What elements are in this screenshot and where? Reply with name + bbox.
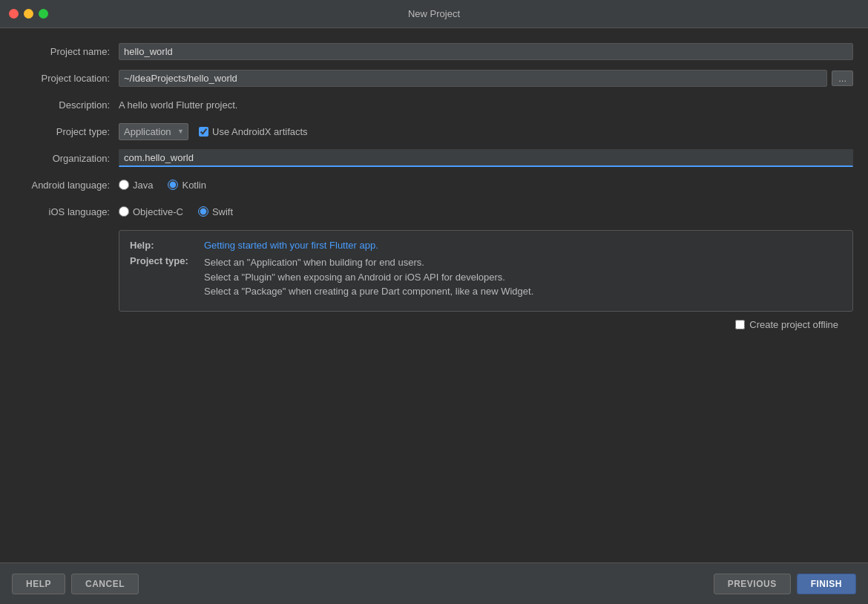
description-value: A hello world Flutter project. [119,99,853,111]
bottom-left-buttons: HELP CANCEL [12,574,139,594]
help-button[interactable]: HELP [12,574,65,594]
description-row: Description: A hello world Flutter proje… [15,93,853,116]
maximize-button[interactable] [39,9,48,19]
offline-label[interactable]: Create project offline [749,319,838,330]
android-kotlin-radio[interactable] [168,180,178,190]
cancel-button[interactable]: CANCEL [71,574,139,594]
organization-input[interactable] [119,149,853,167]
android-java-radio[interactable] [119,180,129,190]
project-name-label: Project name: [15,46,119,57]
help-line3: Select a "Package" when creating a pure … [204,284,533,299]
ios-swift-radio-label[interactable]: Swift [198,206,233,217]
help-project-type-label: Project type: [130,255,204,266]
android-java-radio-label[interactable]: Java [119,180,153,191]
project-name-row: Project name: [15,40,853,62]
help-link[interactable]: Getting started with your first Flutter … [204,240,378,251]
project-name-value [119,43,853,60]
close-button[interactable] [9,9,19,19]
ios-swift-radio[interactable] [198,206,208,217]
browse-button[interactable]: ... [832,70,853,86]
description-label: Description: [15,99,119,111]
offline-row: Create project offline [15,319,853,330]
ios-language-row: iOS language: Objective-C Swift [15,200,853,223]
title-bar: New Project [0,0,868,28]
previous-button[interactable]: PREVIOUS [714,574,791,594]
help-project-type-row: Project type: Select an "Application" wh… [130,255,842,299]
use-androidx-label[interactable]: Use AndroidX artifacts [199,126,308,137]
ios-objc-radio-label[interactable]: Objective-C [119,206,183,217]
help-description: Select an "Application" when building fo… [204,255,533,299]
bottom-bar: HELP CANCEL PREVIOUS FINISH [0,562,868,604]
project-name-input[interactable] [119,43,853,60]
help-label: Help: [130,240,204,251]
help-line2: Select a "Plugin" when exposing an Andro… [204,270,533,285]
main-content: Project name: Project location: ... Desc… [0,28,868,562]
organization-row: Organization: [15,147,853,169]
use-androidx-checkbox[interactable] [199,127,208,137]
project-location-row: Project location: ... [15,67,853,89]
offline-checkbox[interactable] [735,320,745,329]
ios-objc-radio[interactable] [119,206,129,217]
window-controls[interactable] [9,9,48,19]
project-location-input[interactable] [119,70,827,87]
android-language-label: Android language: [15,180,119,191]
help-row: Help: Getting started with your first Fl… [130,240,842,251]
project-type-dropdown[interactable]: Application Plugin Package [119,123,188,140]
project-location-label: Project location: [15,73,119,84]
finish-button[interactable]: FINISH [797,574,856,594]
ios-language-label: iOS language: [15,206,119,217]
minimize-button[interactable] [24,9,33,19]
project-type-row: Project type: Application Plugin Package… [15,120,853,142]
organization-label: Organization: [15,153,119,164]
android-kotlin-radio-label[interactable]: Kotlin [168,180,206,191]
bottom-right-buttons: PREVIOUS FINISH [714,574,856,594]
help-box: Help: Getting started with your first Fl… [119,230,853,312]
help-line1: Select an "Application" when building fo… [204,255,533,270]
android-language-row: Android language: Java Kotlin [15,174,853,196]
project-type-label: Project type: [15,126,119,137]
project-type-dropdown-wrapper: Application Plugin Package [119,123,188,140]
window-title: New Project [408,8,460,19]
